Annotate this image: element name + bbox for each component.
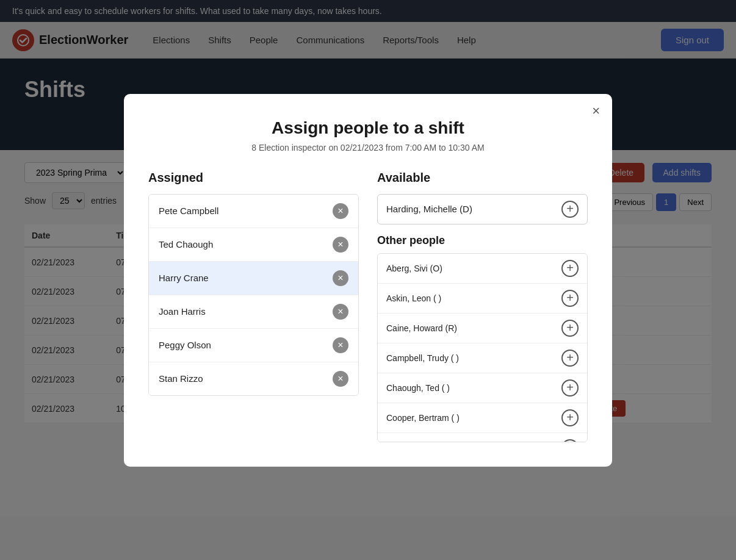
remove-person-button[interactable]: ×	[333, 304, 348, 320]
assigned-item: Ted Chaough ×	[149, 228, 358, 262]
add-available-button[interactable]: +	[561, 201, 579, 218]
other-person-name: Aberg, Sivi (O)	[386, 264, 442, 273]
assigned-item: Joan Harris ×	[149, 295, 358, 329]
assigned-header: Assigned	[148, 171, 359, 185]
other-header: Other people	[377, 234, 588, 247]
available-column: Available Harding, Michelle (D) + Other …	[377, 171, 588, 442]
assigned-name: Harry Crane	[159, 273, 209, 283]
assign-modal: × Assign people to a shift 8 Election in…	[124, 94, 612, 467]
assigned-item: Harry Crane ×	[149, 262, 358, 295]
add-person-button[interactable]: +	[561, 260, 579, 277]
list-item: Cooper, Bertram ( ) +	[378, 403, 587, 433]
other-person-name: Cooper, Bertram ( )	[386, 413, 460, 423]
modal-overlay[interactable]: × Assign people to a shift 8 Election in…	[0, 0, 736, 516]
modal-columns: Assigned Pete Campbell × Ted Chaough × H…	[148, 171, 588, 442]
modal-close-button[interactable]: ×	[592, 103, 600, 119]
other-person-name: Chaough, Ted ( )	[386, 383, 450, 393]
list-item: Campbell, Trudy ( ) +	[378, 343, 587, 373]
add-person-button[interactable]: +	[561, 409, 579, 426]
assigned-name: Pete Campbell	[159, 206, 218, 216]
assigned-name: Peggy Olson	[159, 340, 211, 350]
modal-title: Assign people to a shift	[148, 118, 588, 138]
assigned-column: Assigned Pete Campbell × Ted Chaough × H…	[148, 171, 359, 442]
remove-person-button[interactable]: ×	[333, 203, 348, 219]
add-person-button[interactable]: +	[561, 379, 579, 397]
assigned-item: Peggy Olson ×	[149, 329, 358, 362]
other-list-wrapper: Aberg, Sivi (O) + Askin, Leon ( ) + Cain…	[377, 253, 588, 442]
assigned-name: Stan Rizzo	[159, 373, 203, 384]
modal-subtitle: 8 Election inspector on 02/21/2023 from …	[148, 143, 588, 153]
list-item: Caine, Howard (R) +	[378, 314, 587, 343]
add-person-button[interactable]: +	[561, 320, 579, 337]
list-item: Chaough, Ted ( ) +	[378, 373, 587, 403]
available-search-row: Harding, Michelle (D) +	[377, 194, 588, 224]
list-item: Aberg, Sivi (O) +	[378, 254, 587, 284]
assigned-name: Ted Chaough	[159, 239, 213, 249]
remove-person-button[interactable]: ×	[333, 237, 348, 253]
remove-person-button[interactable]: ×	[333, 337, 348, 353]
list-item: Askin, Leon ( ) +	[378, 284, 587, 314]
add-person-button[interactable]: +	[561, 350, 579, 367]
available-header: Available	[377, 171, 588, 185]
other-person-name: Campbell, Trudy ( )	[386, 353, 459, 363]
add-person-button[interactable]: +	[561, 290, 579, 307]
other-person-name: Askin, Leon ( )	[386, 293, 441, 303]
assigned-name: Joan Harris	[159, 306, 206, 317]
list-item: Cosgrove, Ken ( ) +	[378, 433, 587, 442]
remove-person-button[interactable]: ×	[333, 371, 348, 387]
other-list: Aberg, Sivi (O) + Askin, Leon ( ) + Cain…	[378, 254, 587, 442]
other-person-name: Caine, Howard (R)	[386, 323, 457, 333]
add-person-button[interactable]: +	[561, 439, 579, 442]
assigned-item: Stan Rizzo ×	[149, 362, 358, 395]
available-search-text: Harding, Michelle (D)	[386, 204, 561, 214]
assigned-list: Pete Campbell × Ted Chaough × Harry Cran…	[148, 194, 359, 396]
remove-person-button[interactable]: ×	[333, 270, 348, 286]
assigned-item: Pete Campbell ×	[149, 195, 358, 228]
